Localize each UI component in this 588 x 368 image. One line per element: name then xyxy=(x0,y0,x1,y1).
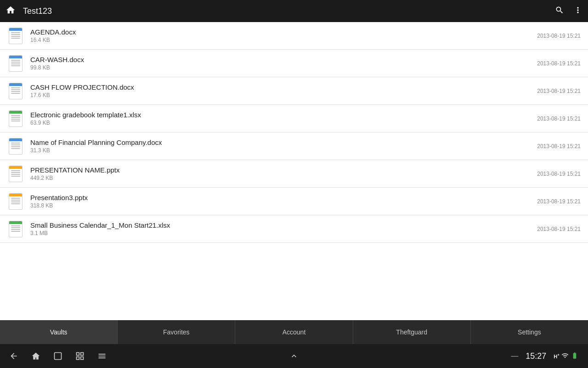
file-line xyxy=(11,225,20,226)
file-date: 2013-08-19 15:21 xyxy=(537,88,581,94)
system-nav-bar: — 15:27 H+ xyxy=(0,344,588,368)
grid-icon[interactable] xyxy=(75,351,85,361)
file-size: 449.2 KB xyxy=(30,175,537,181)
file-info: Presentation3.pptx 318.8 KB xyxy=(30,194,537,209)
file-line xyxy=(11,231,20,232)
file-info: Name of Financial Planning Company.docx … xyxy=(30,138,537,154)
bottom-tab-vaults[interactable]: Vaults xyxy=(0,320,118,344)
file-line xyxy=(11,172,20,173)
file-line xyxy=(11,93,20,94)
file-size: 17.6 KB xyxy=(30,92,537,98)
file-line xyxy=(11,143,20,144)
file-type-icon xyxy=(9,166,23,182)
file-info: CAR-WASH.docx 99.8 KB xyxy=(30,56,537,71)
status-time: 15:27 xyxy=(526,351,546,361)
file-info: CASH FLOW PROJECTION.docx 17.6 KB xyxy=(30,83,537,98)
file-date: 2013-08-19 15:21 xyxy=(537,60,581,67)
file-info: PRESENTATION NAME.pptx 449.2 KB xyxy=(30,166,537,181)
file-name: CASH FLOW PROJECTION.docx xyxy=(30,83,537,91)
file-item[interactable]: Name of Financial Planning Company.docx … xyxy=(0,132,588,160)
file-type-icon xyxy=(9,110,23,127)
battery-icon xyxy=(571,352,579,361)
file-info: Electronic gradebook template1.xlsx 63.9… xyxy=(30,111,537,126)
file-size: 31.3 KB xyxy=(30,147,537,154)
file-size: 16.4 KB xyxy=(30,37,537,43)
file-line xyxy=(11,60,20,61)
file-icon-wrapper xyxy=(7,164,24,184)
file-icon-wrapper xyxy=(7,191,24,212)
file-line xyxy=(11,121,20,121)
file-size: 63.9 KB xyxy=(30,120,537,126)
svg-rect-1 xyxy=(77,353,79,356)
bottom-tabs: VaultsFavoritesAccountTheftguardSettings xyxy=(0,320,588,344)
file-line xyxy=(11,198,20,199)
file-date: 2013-08-19 15:21 xyxy=(537,115,581,122)
file-size: 99.8 KB xyxy=(30,64,537,71)
file-line xyxy=(11,148,20,149)
file-line xyxy=(11,201,20,202)
file-line xyxy=(11,203,20,204)
bottom-tab-favorites[interactable]: Favorites xyxy=(118,320,235,344)
home-icon[interactable] xyxy=(6,5,16,17)
search-icon[interactable] xyxy=(555,6,564,17)
file-line xyxy=(11,65,20,66)
bottom-tab-account[interactable]: Account xyxy=(235,320,353,344)
nav-left xyxy=(9,351,199,361)
file-name: Electronic gradebook template1.xlsx xyxy=(30,111,537,119)
file-icon-wrapper xyxy=(7,26,24,46)
svg-rect-3 xyxy=(77,357,79,360)
nav-center xyxy=(199,351,389,361)
file-name: PRESENTATION NAME.pptx xyxy=(30,166,537,174)
dash-icon: — xyxy=(511,352,518,360)
file-info: AGENDA.docx 16.4 KB xyxy=(30,28,537,43)
app-bar-title: Test123 xyxy=(23,6,555,16)
menu-icon[interactable] xyxy=(97,351,107,361)
bottom-tab-theftguard[interactable]: Theftguard xyxy=(353,320,471,344)
app-bar: Test123 xyxy=(0,0,588,22)
file-item[interactable]: Electronic gradebook template1.xlsx 63.9… xyxy=(0,105,588,132)
file-list: AGENDA.docx 16.4 KB 2013-08-19 15:21 CAR… xyxy=(0,22,588,320)
file-type-icon xyxy=(9,138,23,155)
back-icon[interactable] xyxy=(9,351,18,361)
svg-rect-2 xyxy=(81,353,84,356)
file-info: Small Business Calendar_1_Mon Start21.xl… xyxy=(30,221,537,236)
file-line xyxy=(11,91,20,92)
file-name: AGENDA.docx xyxy=(30,28,537,36)
up-icon[interactable] xyxy=(289,351,299,361)
nav-right: — 15:27 H+ xyxy=(389,351,579,361)
file-name: CAR-WASH.docx xyxy=(30,56,537,63)
file-line xyxy=(11,176,20,177)
file-line xyxy=(11,146,20,147)
file-type-icon xyxy=(9,83,23,99)
file-line xyxy=(11,174,20,175)
file-line xyxy=(11,117,20,118)
file-item[interactable]: PRESENTATION NAME.pptx 449.2 KB 2013-08-… xyxy=(0,160,588,188)
file-icon-wrapper xyxy=(7,109,24,129)
file-line xyxy=(11,144,20,145)
file-item[interactable]: CAR-WASH.docx 99.8 KB 2013-08-19 15:21 xyxy=(0,50,588,77)
more-options-icon[interactable] xyxy=(573,6,582,17)
file-size: 3.1 MB xyxy=(30,230,537,236)
bottom-tab-settings[interactable]: Settings xyxy=(471,320,588,344)
network-icon: H+ xyxy=(554,353,560,359)
file-line xyxy=(11,89,20,90)
file-line xyxy=(11,227,20,228)
system-home-icon[interactable] xyxy=(31,351,40,361)
file-icon-wrapper xyxy=(7,136,24,156)
svg-rect-4 xyxy=(81,357,84,360)
file-line xyxy=(11,62,20,63)
file-type-icon xyxy=(9,28,23,44)
file-item[interactable]: CASH FLOW PROJECTION.docx 17.6 KB 2013-0… xyxy=(0,77,588,105)
file-line xyxy=(11,170,20,171)
file-line xyxy=(11,87,20,88)
file-date: 2013-08-19 15:21 xyxy=(537,226,581,232)
file-item[interactable]: Presentation3.pptx 318.8 KB 2013-08-19 1… xyxy=(0,188,588,215)
status-icons: H+ xyxy=(554,352,579,361)
file-line xyxy=(11,34,20,35)
file-item[interactable]: AGENDA.docx 16.4 KB 2013-08-19 15:21 xyxy=(0,22,588,50)
recent-apps-icon[interactable] xyxy=(53,351,62,361)
file-icon-wrapper xyxy=(7,219,24,239)
file-item[interactable]: Small Business Calendar_1_Mon Start21.xl… xyxy=(0,215,588,243)
svg-rect-0 xyxy=(55,353,62,360)
file-date: 2013-08-19 15:21 xyxy=(537,33,581,39)
